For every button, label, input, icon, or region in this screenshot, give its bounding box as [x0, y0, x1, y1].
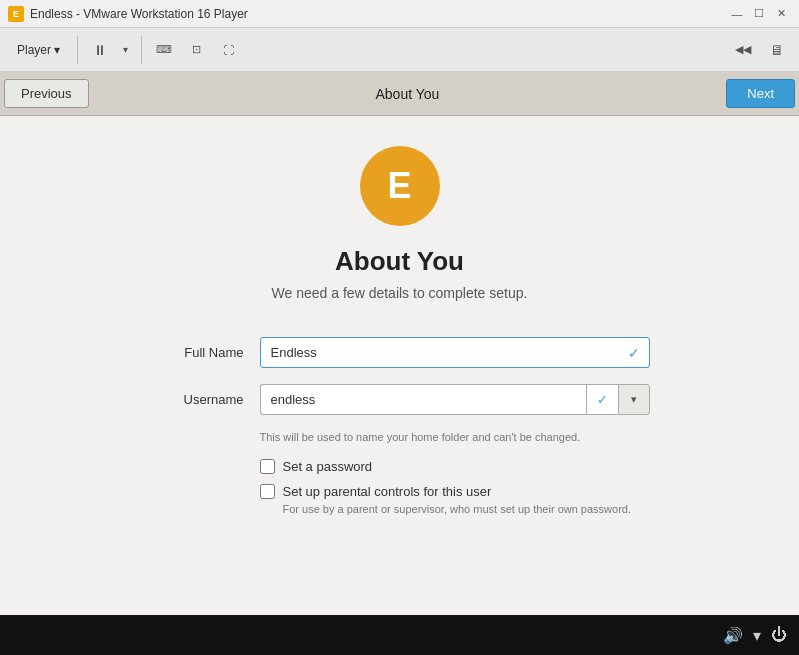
avatar-letter: E — [387, 165, 411, 207]
taskbar: 🔊 ▾ ⏻ — [0, 615, 799, 655]
username-check-icon: ✓ — [586, 384, 618, 415]
fullscreen-icon: ⛶ — [223, 44, 234, 56]
volume-icon[interactable]: 🔊 — [723, 626, 743, 645]
username-dropdown-button[interactable]: ▾ — [618, 384, 650, 415]
next-button[interactable]: Next — [726, 79, 795, 108]
user-avatar: E — [360, 146, 440, 226]
pause-button[interactable]: ⏸ — [86, 36, 114, 64]
vm-nav-title: About You — [89, 86, 727, 102]
page-title: About You — [335, 246, 464, 277]
vm-nav-bar: Previous About You Next — [0, 72, 799, 116]
close-button[interactable]: ✕ — [771, 4, 791, 24]
username-input[interactable] — [260, 384, 586, 415]
full-name-row: Full Name ✓ — [150, 337, 650, 368]
username-row: Username ✓ ▾ — [150, 384, 650, 415]
player-label: Player — [17, 43, 51, 57]
toolbar: Player ▾ ⏸ ▾ ⌨ ⊡ ⛶ ◀◀ 🖥 — [0, 28, 799, 72]
full-name-input[interactable] — [260, 337, 650, 368]
full-name-label: Full Name — [150, 345, 260, 360]
username-control-group: ✓ ▾ — [260, 384, 650, 415]
send-ctrl-alt-del-button[interactable]: ⌨ — [150, 36, 178, 64]
username-hint: This will be used to name your home fold… — [260, 431, 650, 443]
set-password-row: Set a password — [260, 459, 650, 474]
fit-icon: ⊡ — [192, 43, 201, 56]
title-bar-controls: — ☐ ✕ — [727, 4, 791, 24]
back-icon: ◀◀ — [735, 43, 751, 56]
previous-button[interactable]: Previous — [4, 79, 89, 108]
checkbox-area: Set a password Set up parental controls … — [260, 459, 650, 515]
username-label: Username — [150, 392, 260, 407]
parental-controls-hint: For use by a parent or supervisor, who m… — [283, 503, 650, 515]
back-icon-button[interactable]: ◀◀ — [729, 36, 757, 64]
parental-controls-label[interactable]: Set up parental controls for this user — [283, 484, 492, 499]
pause-icon: ⏸ — [93, 42, 107, 58]
full-name-input-wrap: ✓ — [260, 337, 650, 368]
app-icon: E — [8, 6, 24, 22]
taskbar-arrow-icon[interactable]: ▾ — [753, 626, 761, 645]
power-icon[interactable]: ⏻ — [771, 626, 787, 644]
parental-controls-row: Set up parental controls for this user — [260, 484, 650, 499]
window-title: Endless - VMware Workstation 16 Player — [30, 7, 248, 21]
vm-icon-button[interactable]: 🖥 — [763, 36, 791, 64]
fit-window-button[interactable]: ⊡ — [182, 36, 210, 64]
title-bar-left: E Endless - VMware Workstation 16 Player — [8, 6, 248, 22]
set-password-checkbox[interactable] — [260, 459, 275, 474]
set-password-label[interactable]: Set a password — [283, 459, 373, 474]
toolbar-separator-2 — [141, 36, 142, 64]
toolbar-separator-1 — [77, 36, 78, 64]
fullscreen-button[interactable]: ⛶ — [214, 36, 242, 64]
setup-form: Full Name ✓ Username ✓ ▾ This will be us… — [150, 337, 650, 515]
main-content: E About You We need a few details to com… — [0, 116, 799, 615]
keyboard-icon: ⌨ — [156, 43, 172, 56]
title-bar: E Endless - VMware Workstation 16 Player… — [0, 0, 799, 28]
parental-controls-checkbox[interactable] — [260, 484, 275, 499]
minimize-button[interactable]: — — [727, 4, 747, 24]
vm-icon: 🖥 — [770, 42, 784, 58]
toolbar-right: ◀◀ 🖥 — [729, 36, 791, 64]
username-input-wrap: ✓ ▾ — [260, 384, 650, 415]
restore-button[interactable]: ☐ — [749, 4, 769, 24]
player-menu-button[interactable]: Player ▾ — [8, 38, 69, 62]
pause-dropdown-button[interactable]: ▾ — [118, 39, 133, 60]
full-name-check-icon: ✓ — [628, 345, 640, 361]
page-subtitle: We need a few details to complete setup. — [272, 285, 528, 301]
player-dropdown-icon: ▾ — [54, 43, 60, 57]
